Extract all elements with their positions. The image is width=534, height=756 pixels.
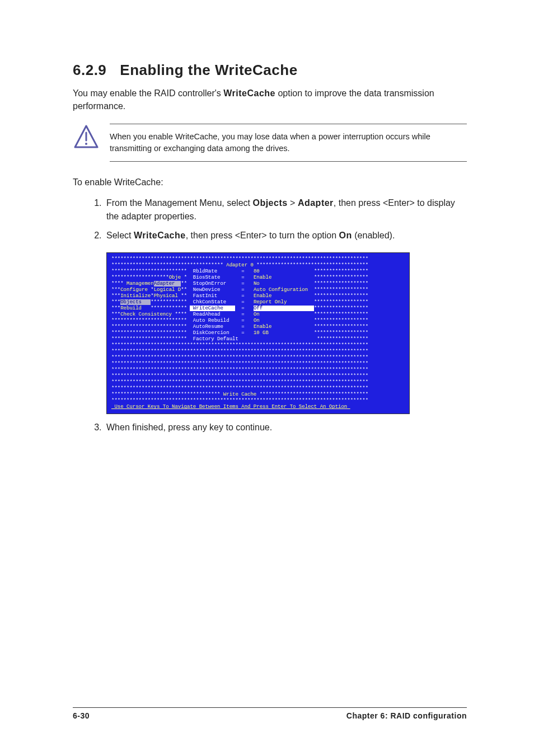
svg-point-2	[85, 143, 87, 145]
lead-text: To enable WriteCache:	[73, 177, 467, 187]
step-3: When finished, press any key to continue…	[104, 421, 467, 434]
page-footer: 6-30 Chapter 6: RAID configuration	[73, 707, 467, 720]
warning-text: When you enable WriteCache, you may lose…	[110, 131, 467, 154]
step-2: Select WriteCache, then press <Enter> to…	[104, 229, 467, 242]
warning-icon	[73, 124, 100, 151]
section-heading: 6.2.9Enabling the WriteCache	[73, 62, 467, 79]
steps-list-cont: When finished, press any key to continue…	[73, 421, 467, 434]
chapter-title: Chapter 6: RAID configuration	[346, 711, 467, 720]
section-title: Enabling the WriteCache	[120, 62, 297, 78]
section-number: 6.2.9	[73, 62, 106, 78]
writecache-term: WriteCache	[223, 88, 275, 98]
bios-screenshot: ****************************************…	[106, 252, 410, 414]
steps-list: From the Management Menu, select Objects…	[73, 196, 467, 242]
page-number: 6-30	[73, 711, 90, 720]
warning-note: When you enable WriteCache, you may lose…	[73, 124, 467, 162]
intro-paragraph: You may enable the RAID controller's Wri…	[73, 87, 467, 112]
step-1: From the Management Menu, select Objects…	[104, 196, 467, 223]
